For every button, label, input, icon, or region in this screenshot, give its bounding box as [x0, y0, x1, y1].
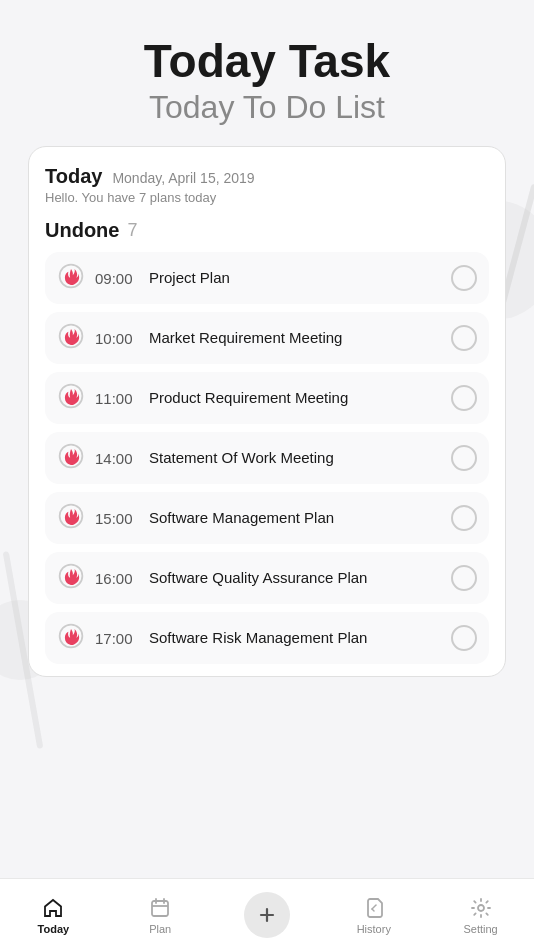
nav-item-add[interactable]	[239, 892, 295, 938]
task-item[interactable]: 10:00Market Requirement Meeting	[45, 312, 489, 364]
setting-icon	[468, 895, 494, 921]
task-name: Software Risk Management Plan	[149, 628, 441, 648]
task-name: Software Quality Assurance Plan	[149, 568, 441, 588]
bottom-nav: Today Plan H	[0, 878, 534, 950]
page-header: Today Task Today To Do List	[0, 0, 534, 146]
nav-label-plan: Plan	[149, 923, 171, 935]
task-name: Software Management Plan	[149, 508, 441, 528]
task-time: 10:00	[95, 330, 139, 347]
svg-rect-7	[152, 901, 168, 916]
card-header-row: Today Monday, April 15, 2019	[45, 165, 489, 188]
task-name: Market Requirement Meeting	[149, 328, 441, 348]
fire-icon	[57, 322, 85, 354]
section-title: Undone 7	[45, 219, 489, 242]
task-card: Today Monday, April 15, 2019 Hello. You …	[28, 146, 506, 677]
task-complete-circle[interactable]	[451, 565, 477, 591]
nav-label-history: History	[357, 923, 391, 935]
nav-item-setting[interactable]: Setting	[453, 895, 509, 935]
nav-label-setting: Setting	[463, 923, 497, 935]
page-title: Today Task	[0, 36, 534, 87]
fire-icon	[57, 262, 85, 294]
task-list: 09:00Project Plan 10:00Market Requiremen…	[45, 252, 489, 664]
task-item[interactable]: 17:00Software Risk Management Plan	[45, 612, 489, 664]
undone-count: 7	[127, 220, 137, 241]
fire-icon	[57, 502, 85, 534]
svg-point-15	[478, 905, 484, 911]
history-icon	[361, 895, 387, 921]
task-time: 17:00	[95, 630, 139, 647]
task-name: Product Requirement Meeting	[149, 388, 441, 408]
card-hello-text: Hello. You have 7 plans today	[45, 190, 489, 205]
task-complete-circle[interactable]	[451, 385, 477, 411]
task-time: 15:00	[95, 510, 139, 527]
today-label: Today	[45, 165, 102, 188]
task-complete-circle[interactable]	[451, 625, 477, 651]
nav-label-today: Today	[38, 923, 70, 935]
fire-icon	[57, 382, 85, 414]
today-date: Monday, April 15, 2019	[112, 170, 254, 186]
add-button[interactable]	[244, 892, 290, 938]
undone-label: Undone	[45, 219, 119, 242]
fire-icon	[57, 442, 85, 474]
nav-item-today[interactable]: Today	[25, 895, 81, 935]
task-time: 16:00	[95, 570, 139, 587]
task-item[interactable]: 11:00Product Requirement Meeting	[45, 372, 489, 424]
page-subtitle: Today To Do List	[0, 87, 534, 129]
svg-line-13	[372, 905, 376, 909]
task-complete-circle[interactable]	[451, 505, 477, 531]
fire-icon	[57, 562, 85, 594]
task-time: 09:00	[95, 270, 139, 287]
task-item[interactable]: 16:00Software Quality Assurance Plan	[45, 552, 489, 604]
svg-line-14	[372, 909, 374, 911]
task-complete-circle[interactable]	[451, 445, 477, 471]
plan-icon	[147, 895, 173, 921]
task-item[interactable]: 14:00Statement Of Work Meeting	[45, 432, 489, 484]
nav-item-plan[interactable]: Plan	[132, 895, 188, 935]
fire-icon	[57, 622, 85, 654]
task-item[interactable]: 15:00Software Management Plan	[45, 492, 489, 544]
task-name: Project Plan	[149, 268, 441, 288]
nav-item-history[interactable]: History	[346, 895, 402, 935]
task-complete-circle[interactable]	[451, 265, 477, 291]
task-name: Statement Of Work Meeting	[149, 448, 441, 468]
task-time: 14:00	[95, 450, 139, 467]
task-time: 11:00	[95, 390, 139, 407]
task-item[interactable]: 09:00Project Plan	[45, 252, 489, 304]
task-complete-circle[interactable]	[451, 325, 477, 351]
home-icon	[40, 895, 66, 921]
